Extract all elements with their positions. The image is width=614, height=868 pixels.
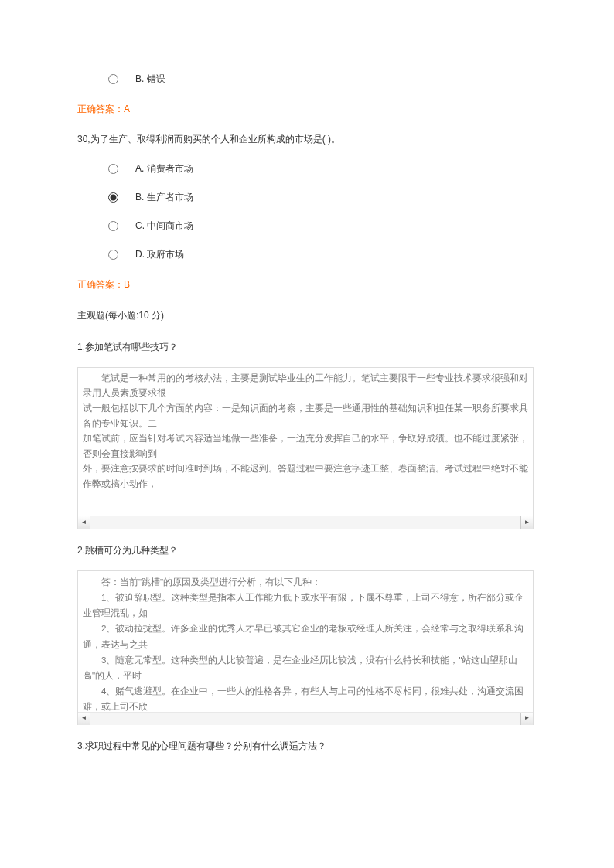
sq2-answer-content[interactable]: 答：当前"跳槽"的原因及类型进行分析，有以下几种： 1、被迫辞职型。这种类型是指…: [78, 571, 533, 712]
q30-option-c: C. 中间商市场: [108, 219, 537, 233]
scroll-left-icon[interactable]: ◄: [78, 713, 90, 725]
q30-option-d: D. 政府市场: [108, 247, 537, 262]
scroll-track[interactable]: [90, 516, 520, 529]
q30-option-c-text: C. 中间商市场: [135, 219, 193, 233]
scroll-right-icon[interactable]: ►: [520, 516, 533, 529]
q30-radio-d[interactable]: [108, 250, 118, 260]
subjective-q2: 2,跳槽可分为几种类型？: [77, 543, 537, 558]
subjective-q3: 3,求职过程中常见的心理问题有哪些？分别有什么调适方法？: [77, 739, 537, 754]
sq2-scrollbar-h[interactable]: ◄ ►: [78, 712, 533, 724]
q29-correct-answer: 正确答案：A: [77, 102, 537, 117]
q30-correct-answer: 正确答案：B: [77, 277, 537, 292]
scroll-left-icon[interactable]: ◄: [78, 516, 90, 529]
q30-option-b-text: B. 生产者市场: [135, 190, 193, 205]
sq1-scrollbar-h[interactable]: ◄ ►: [78, 516, 533, 529]
q29-option-b-text: B. 错误: [135, 72, 165, 87]
subjective-header: 主观题(每小题:10 分): [77, 308, 537, 323]
q30-radio-a[interactable]: [108, 164, 118, 174]
q29-radio-b[interactable]: [108, 74, 118, 84]
sq1-answer-content[interactable]: 笔试是一种常用的的考核办法，主要是测试毕业生的工作能力。笔试主要限于一些专业技术…: [78, 368, 533, 516]
q30-text: 30,为了生产、取得利润而购买的个人和企业所构成的市场是( )。: [77, 132, 537, 147]
scroll-right-icon[interactable]: ►: [520, 713, 533, 725]
sq1-answer-box: 笔试是一种常用的的考核办法，主要是测试毕业生的工作能力。笔试主要限于一些专业技术…: [77, 367, 534, 529]
q30-option-d-text: D. 政府市场: [135, 247, 184, 262]
sq2-answer-box: 答：当前"跳槽"的原因及类型进行分析，有以下几种： 1、被迫辞职型。这种类型是指…: [77, 570, 534, 725]
q30-option-b: B. 生产者市场: [108, 190, 537, 205]
subjective-q1: 1,参加笔试有哪些技巧？: [77, 340, 537, 355]
q30-option-a-text: A. 消费者市场: [135, 162, 193, 176]
q30-radio-c[interactable]: [108, 221, 118, 231]
q30-option-a: A. 消费者市场: [108, 162, 537, 176]
q30-radio-b[interactable]: [108, 192, 118, 203]
q29-option-b: B. 错误: [108, 72, 537, 87]
scroll-track[interactable]: [90, 713, 520, 725]
